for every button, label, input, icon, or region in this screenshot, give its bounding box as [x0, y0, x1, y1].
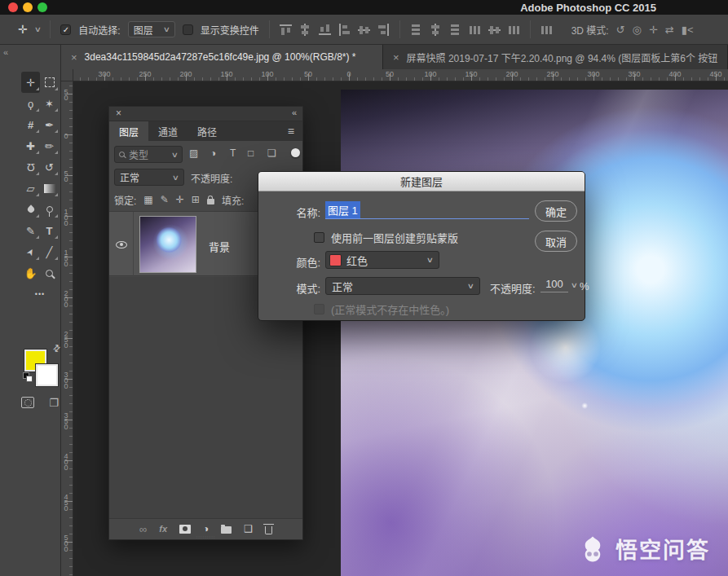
collapse-panel-icon[interactable]: «: [3, 47, 7, 57]
lock-all-icon[interactable]: [207, 199, 214, 204]
layer-thumbnail[interactable]: [139, 216, 196, 273]
layer-filter-dropdown[interactable]: 类型 ∨: [114, 146, 183, 163]
3d-slide-icon[interactable]: ⇄: [665, 24, 674, 36]
filter-shape-layers-icon[interactable]: □: [248, 147, 254, 159]
cancel-button[interactable]: 取消: [535, 231, 577, 252]
background-color-swatch[interactable]: [36, 364, 58, 386]
align-right-edges-icon[interactable]: [378, 24, 389, 36]
zoom-tool[interactable]: [40, 262, 59, 284]
filter-smart-object-icon[interactable]: ❏: [267, 147, 276, 159]
3d-roll-icon[interactable]: ◎: [633, 24, 642, 36]
visibility-cell[interactable]: [109, 212, 134, 277]
chevron-down-icon: ∨: [172, 174, 179, 182]
show-transform-checkbox[interactable]: .: [183, 24, 193, 35]
align-horizontal-centers-icon[interactable]: [358, 24, 370, 35]
document-image[interactable]: 悟空问答: [341, 90, 728, 576]
distribute-horizontal-centers-icon[interactable]: [488, 24, 501, 35]
eyedropper-tool[interactable]: ✒: [40, 114, 59, 135]
hand-tool[interactable]: ✋: [21, 262, 40, 284]
path-select-tool[interactable]: ➤: [21, 241, 40, 262]
magic-wand-tool[interactable]: ✶: [40, 93, 59, 114]
distribute-right-edges-icon[interactable]: [508, 24, 520, 35]
marquee-tool[interactable]: [40, 72, 59, 93]
layer-style-icon[interactable]: fx: [159, 524, 167, 534]
tools-panel: « ✛ ϙ ✶ # ✒ ✚ ✏ Ω ↺ ▱ ✎ T ➤ ╱ ✋ ••• ⇄: [0, 45, 61, 576]
blur-tool[interactable]: [21, 199, 40, 220]
pen-tool[interactable]: ✎: [21, 220, 40, 241]
chevron-down-icon[interactable]: ∨: [33, 25, 41, 33]
lasso-tool[interactable]: ϙ: [21, 93, 40, 114]
tab-channels[interactable]: 通道: [148, 121, 188, 141]
3d-pan-icon[interactable]: ✛: [649, 24, 658, 36]
clipping-mask-checkbox[interactable]: [314, 232, 324, 243]
eraser-tool[interactable]: ▱: [21, 178, 40, 199]
auto-select-checkbox[interactable]: ✓: [60, 24, 71, 35]
align-left-edges-icon[interactable]: [339, 24, 350, 36]
lock-artboard-icon[interactable]: ⊞: [192, 194, 200, 205]
adjustment-layer-icon[interactable]: ◑: [203, 523, 209, 534]
ok-button[interactable]: 确定: [535, 200, 577, 222]
delete-layer-icon[interactable]: [265, 526, 272, 534]
filter-toggle-icon[interactable]: [291, 148, 300, 157]
line-tool[interactable]: ╱: [40, 241, 59, 262]
panel-menu-icon[interactable]: ≡: [288, 125, 302, 138]
gradient-tool[interactable]: [40, 178, 59, 199]
link-layers-icon[interactable]: ∞: [139, 523, 147, 535]
mode-dropdown[interactable]: 正常 ∨: [325, 277, 480, 295]
filter-type-layers-icon[interactable]: T: [230, 147, 236, 159]
document-tab-active[interactable]: × 3dea34c1159845d2a47287e5c16fc49e.jpg @…: [61, 45, 383, 69]
default-colors-icon[interactable]: [23, 372, 33, 383]
tab-layers[interactable]: 图层: [109, 121, 148, 141]
layer-name-input[interactable]: 图层 1: [325, 201, 529, 219]
quick-mask-icon[interactable]: [21, 397, 34, 408]
dialog-title[interactable]: 新建图层: [258, 172, 585, 191]
tab-paths[interactable]: 路径: [188, 121, 227, 141]
color-dropdown[interactable]: 红色 ∨: [325, 251, 439, 269]
distribute-bottom-edges-icon[interactable]: [450, 24, 461, 36]
new-layer-icon[interactable]: ❑: [244, 523, 253, 534]
align-vertical-centers-icon[interactable]: [300, 24, 311, 36]
horizontal-ruler[interactable]: 300250 200150 10050 050 100150 200250 30…: [73, 69, 728, 81]
minimize-window-button[interactable]: [23, 2, 33, 12]
3d-camera-icon[interactable]: ▮<: [682, 24, 694, 36]
distribute-top-edges-icon[interactable]: [411, 24, 421, 36]
document-tab-inactive[interactable]: × 屏幕快照 2019-07-17 下午2.20.40.png @ 94.4% …: [383, 45, 728, 69]
align-bottom-edges-icon[interactable]: [319, 24, 331, 35]
filter-adjustment-layers-icon[interactable]: ◑: [210, 147, 216, 159]
align-top-edges-icon[interactable]: [280, 24, 292, 35]
filter-pixel-layers-icon[interactable]: ▨: [189, 147, 198, 159]
vertical-ruler[interactable]: 500 50100 150200 250300 350400 450500: [61, 81, 73, 576]
distribute-left-edges-icon[interactable]: [469, 24, 481, 35]
clone-stamp-tool[interactable]: Ω: [21, 156, 40, 178]
auto-align-layers-icon[interactable]: [540, 24, 553, 35]
brush-tool[interactable]: ✏: [40, 135, 59, 156]
healing-brush-tool[interactable]: ✚: [21, 135, 40, 156]
auto-select-dropdown[interactable]: 图层 ∨: [128, 21, 175, 37]
lock-paint-icon[interactable]: ✎: [161, 194, 169, 205]
edit-toolbar-button[interactable]: •••: [21, 284, 59, 305]
lock-transparent-icon[interactable]: ▦: [143, 194, 152, 205]
move-tool[interactable]: ✛: [21, 72, 40, 93]
lock-position-icon[interactable]: ✛: [176, 194, 184, 205]
close-tab-icon[interactable]: ×: [393, 51, 399, 64]
add-layer-mask-icon[interactable]: [179, 525, 191, 534]
new-group-icon[interactable]: [221, 526, 232, 534]
distribute-vertical-centers-icon[interactable]: [430, 24, 441, 36]
zoom-window-button[interactable]: [38, 2, 47, 12]
crop-tool[interactable]: #: [21, 114, 40, 135]
panel-resize-grip[interactable]: :::::::::: [196, 534, 215, 539]
3d-orbit-icon[interactable]: ↺: [616, 24, 625, 36]
opacity-input[interactable]: 100: [540, 278, 568, 292]
watermark-text: 悟空问答: [615, 533, 710, 565]
close-tab-icon[interactable]: ×: [71, 51, 77, 64]
collapse-panel-icon[interactable]: «: [292, 108, 296, 117]
close-window-button[interactable]: [8, 2, 18, 12]
type-tool[interactable]: T: [40, 220, 59, 241]
blend-mode-dropdown[interactable]: 正常 ∨: [114, 169, 184, 186]
chevron-down-icon[interactable]: ∨: [571, 281, 578, 289]
wukong-logo-icon: [578, 534, 607, 564]
close-panel-icon[interactable]: ×: [116, 108, 121, 119]
dodge-tool[interactable]: [40, 199, 59, 220]
screen-mode-icon[interactable]: ❐: [49, 397, 59, 409]
history-brush-tool[interactable]: ↺: [40, 156, 59, 178]
